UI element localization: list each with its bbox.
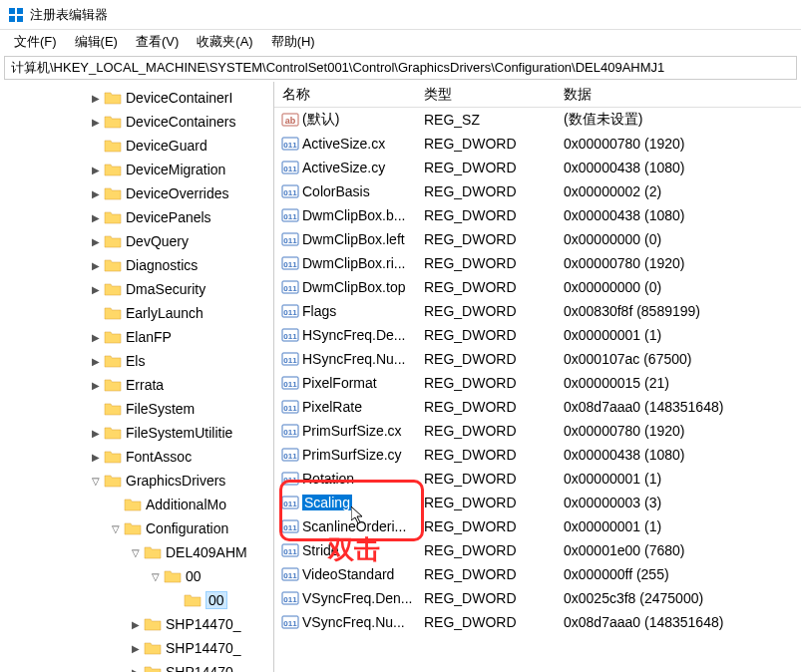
menu-help[interactable]: 帮助(H) bbox=[265, 31, 321, 53]
tree-node[interactable]: AdditionalMo bbox=[0, 493, 273, 516]
tree-node[interactable]: ▶DevicePanels bbox=[0, 205, 273, 229]
menu-edit[interactable]: 编辑(E) bbox=[69, 31, 124, 53]
value-row[interactable]: 011HSyncFreq.Nu...REG_DWORD0x000107ac (6… bbox=[274, 347, 801, 371]
chevron-icon[interactable]: ▶ bbox=[88, 188, 104, 199]
tree-label: DEL409AHM bbox=[166, 544, 247, 560]
value-row[interactable]: ab(默认)REG_SZ(数值未设置) bbox=[274, 108, 801, 132]
chevron-icon[interactable]: ▶ bbox=[88, 117, 104, 128]
tree-node[interactable]: ▶Errata bbox=[0, 373, 273, 397]
tree-label: DmaSecurity bbox=[126, 281, 205, 297]
tree-node[interactable]: FileSystem bbox=[0, 397, 273, 421]
chevron-icon[interactable]: ▶ bbox=[88, 93, 104, 104]
tree-node[interactable]: ▶DevQuery bbox=[0, 229, 273, 253]
value-row[interactable]: 011HSyncFreq.De...REG_DWORD0x00000001 (1… bbox=[274, 323, 801, 347]
svg-text:011: 011 bbox=[283, 284, 297, 293]
tree-node[interactable]: ▶DeviceContainers bbox=[0, 110, 273, 134]
value-row[interactable]: 011PixelRateREG_DWORD0x08d7aaa0 (1483516… bbox=[274, 395, 801, 419]
chevron-icon[interactable]: ▶ bbox=[128, 643, 144, 654]
tree-node[interactable]: ▶DeviceContainerI bbox=[0, 86, 273, 110]
tree-node[interactable]: ▶DeviceOverrides bbox=[0, 181, 273, 205]
menu-file[interactable]: 文件(F) bbox=[8, 31, 63, 53]
tree-pane[interactable]: ▶DeviceContainerI▶DeviceContainersDevice… bbox=[0, 82, 274, 672]
tree-node[interactable]: ▶ElanFP bbox=[0, 325, 273, 349]
tree-node[interactable]: ▶DmaSecurity bbox=[0, 277, 273, 301]
svg-text:011: 011 bbox=[283, 308, 297, 317]
tree-label: Els bbox=[126, 353, 145, 369]
value-data: 0x000107ac (67500) bbox=[564, 351, 801, 367]
value-icon: 011 bbox=[278, 517, 302, 535]
chevron-icon[interactable]: ▶ bbox=[128, 667, 144, 673]
tree-node[interactable]: ▽DEL409AHM bbox=[0, 540, 273, 564]
chevron-icon[interactable]: ▶ bbox=[88, 212, 104, 223]
chevron-icon[interactable]: ▶ bbox=[88, 380, 104, 391]
tree-node[interactable]: ▽Configuration bbox=[0, 516, 273, 540]
chevron-icon[interactable]: ▽ bbox=[148, 571, 164, 582]
value-row[interactable]: 011PixelFormatREG_DWORD0x00000015 (21) bbox=[274, 371, 801, 395]
chevron-icon[interactable]: ▶ bbox=[88, 165, 104, 175]
value-type: REG_DWORD bbox=[424, 303, 564, 319]
chevron-icon[interactable]: ▽ bbox=[108, 523, 124, 534]
chevron-icon[interactable]: ▽ bbox=[88, 476, 104, 487]
value-row[interactable]: 011DwmClipBox.ri...REG_DWORD0x00000780 (… bbox=[274, 251, 801, 275]
tree-node[interactable]: ▶FontAssoc bbox=[0, 445, 273, 469]
tree-node[interactable]: ▶DeviceMigration bbox=[0, 158, 273, 181]
value-icon: 011 bbox=[278, 565, 302, 583]
chevron-icon[interactable]: ▶ bbox=[88, 452, 104, 463]
value-row[interactable]: 011DwmClipBox.topREG_DWORD0x00000000 (0) bbox=[274, 275, 801, 299]
value-data: 0x000000ff (255) bbox=[564, 566, 801, 582]
value-row[interactable]: 011DwmClipBox.b...REG_DWORD0x00000438 (1… bbox=[274, 203, 801, 227]
value-name: (默认) bbox=[302, 111, 424, 129]
tree-node[interactable]: EarlyLaunch bbox=[0, 301, 273, 325]
col-data[interactable]: 数据 bbox=[564, 86, 801, 104]
value-row[interactable]: 011ActiveSize.cxREG_DWORD0x00000780 (192… bbox=[274, 132, 801, 156]
tree-node[interactable]: 00 bbox=[0, 588, 273, 612]
menu-view[interactable]: 查看(V) bbox=[130, 31, 185, 53]
chevron-icon[interactable]: ▶ bbox=[88, 260, 104, 271]
tree-node[interactable]: ▽GraphicsDrivers bbox=[0, 469, 273, 493]
chevron-icon[interactable]: ▶ bbox=[88, 236, 104, 247]
value-row[interactable]: 011ColorBasisREG_DWORD0x00000002 (2) bbox=[274, 179, 801, 203]
values-pane[interactable]: 名称 类型 数据 ab(默认)REG_SZ(数值未设置)011ActiveSiz… bbox=[274, 82, 801, 672]
value-row[interactable]: 011RotationREG_DWORD0x00000001 (1) bbox=[274, 467, 801, 491]
tree-label: DevicePanels bbox=[126, 209, 211, 225]
value-name: ScanlineOrderi... bbox=[302, 518, 424, 534]
chevron-icon[interactable]: ▶ bbox=[88, 356, 104, 367]
value-row[interactable]: 011StrideREG_DWORD0x00001e00 (7680) bbox=[274, 538, 801, 562]
address-bar[interactable]: 计算机\HKEY_LOCAL_MACHINE\SYSTEM\ControlSet… bbox=[4, 56, 797, 80]
tree-node[interactable]: ▶SHP14470_ bbox=[0, 612, 273, 636]
value-row[interactable]: 011PrimSurfSize.cxREG_DWORD0x00000780 (1… bbox=[274, 419, 801, 443]
chevron-icon[interactable]: ▶ bbox=[88, 284, 104, 295]
chevron-icon[interactable]: ▶ bbox=[88, 428, 104, 439]
value-type: REG_DWORD bbox=[424, 423, 564, 439]
value-row[interactable]: 011FlagsREG_DWORD0x00830f8f (8589199) bbox=[274, 299, 801, 323]
value-type: REG_DWORD bbox=[424, 183, 564, 199]
value-row[interactable]: 011ScanlineOrderi...REG_DWORD0x00000001 … bbox=[274, 514, 801, 538]
tree-node[interactable]: DeviceGuard bbox=[0, 134, 273, 158]
value-data: 0x00000015 (21) bbox=[564, 375, 801, 391]
value-data: 0x00000002 (2) bbox=[564, 183, 801, 199]
value-data: 0x00000000 (0) bbox=[564, 231, 801, 247]
tree-node[interactable]: ▶Diagnostics bbox=[0, 253, 273, 277]
value-name: DwmClipBox.left bbox=[302, 231, 424, 247]
col-name[interactable]: 名称 bbox=[274, 86, 424, 104]
tree-node[interactable]: ▶FileSystemUtilitie bbox=[0, 421, 273, 445]
chevron-icon[interactable]: ▽ bbox=[128, 547, 144, 558]
value-row[interactable]: 011ActiveSize.cyREG_DWORD0x00000438 (108… bbox=[274, 156, 801, 179]
svg-text:011: 011 bbox=[283, 404, 297, 413]
tree-node[interactable]: ▶SHP14470_ bbox=[0, 636, 273, 660]
tree-node[interactable]: ▶SHP14470_ bbox=[0, 660, 273, 672]
tree-label: SHP14470_ bbox=[166, 664, 241, 672]
value-row[interactable]: 011VSyncFreq.Den...REG_DWORD0x0025c3f8 (… bbox=[274, 586, 801, 610]
value-row[interactable]: 011VSyncFreq.Nu...REG_DWORD0x08d7aaa0 (1… bbox=[274, 610, 801, 634]
value-row[interactable]: 011PrimSurfSize.cyREG_DWORD0x00000438 (1… bbox=[274, 443, 801, 467]
value-row[interactable]: 011ScalingREG_DWORD0x00000003 (3) bbox=[274, 491, 801, 514]
chevron-icon[interactable]: ▶ bbox=[88, 332, 104, 343]
value-row[interactable]: 011VideoStandardREG_DWORD0x000000ff (255… bbox=[274, 562, 801, 586]
col-type[interactable]: 类型 bbox=[424, 86, 564, 104]
value-type: REG_DWORD bbox=[424, 207, 564, 223]
tree-node[interactable]: ▶Els bbox=[0, 349, 273, 373]
menu-favorites[interactable]: 收藏夹(A) bbox=[191, 31, 258, 53]
value-row[interactable]: 011DwmClipBox.leftREG_DWORD0x00000000 (0… bbox=[274, 227, 801, 251]
tree-node[interactable]: ▽00 bbox=[0, 564, 273, 588]
chevron-icon[interactable]: ▶ bbox=[128, 619, 144, 630]
